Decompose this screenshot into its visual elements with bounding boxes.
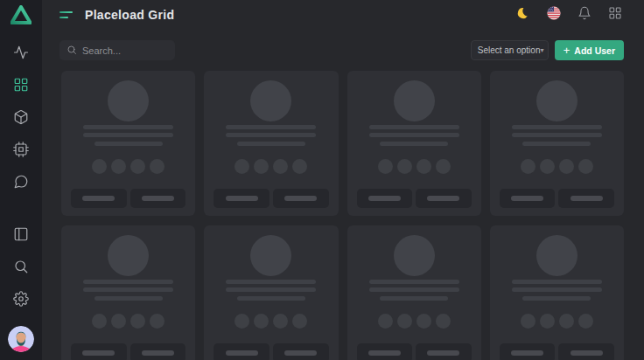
filter-select[interactable]: Select an option ▾ — [471, 40, 549, 60]
button-placeholder-row — [357, 189, 472, 208]
sidebar-footer — [8, 227, 34, 352]
chevron-down-icon: ▾ — [540, 46, 543, 54]
button-placeholder — [214, 343, 270, 360]
sidebar-item-messages[interactable] — [12, 175, 30, 192]
sidebar-item-components[interactable] — [12, 110, 30, 128]
button-line-placeholder — [570, 350, 603, 356]
button-line-placeholder — [511, 350, 543, 356]
sidebar-item-dashboards[interactable] — [12, 78, 30, 95]
sidebar-item-elements[interactable] — [12, 142, 30, 160]
add-user-button[interactable]: + Add User — [555, 40, 624, 60]
app-window: Placeload Grid — [0, 0, 644, 360]
placeload-card — [204, 71, 338, 216]
box-icon — [13, 109, 29, 128]
button-line-placeholder — [226, 350, 258, 356]
dot-placeholder — [521, 314, 536, 329]
dot-placeholder — [397, 314, 412, 329]
button-placeholder — [500, 189, 556, 208]
dot-placeholder — [559, 159, 574, 174]
sidebar-item-search[interactable] — [12, 260, 30, 277]
text-line-placeholder — [83, 133, 173, 137]
gear-icon — [13, 291, 29, 310]
text-line-placeholder — [226, 287, 316, 292]
search-input[interactable] — [82, 45, 168, 56]
button-placeholder — [357, 189, 413, 208]
text-line-placeholder — [94, 296, 163, 301]
cards-grid — [42, 71, 644, 360]
button-placeholder — [558, 189, 614, 208]
button-line-placeholder — [284, 350, 317, 356]
sidebar — [0, 0, 42, 360]
button-placeholder-row — [214, 189, 328, 208]
placeload-card — [347, 71, 481, 216]
button-line-placeholder — [284, 196, 317, 201]
dots-placeholder-row — [378, 159, 451, 174]
dot-placeholder — [436, 314, 451, 329]
dots-placeholder-row — [92, 314, 164, 329]
search-icon — [66, 43, 77, 59]
avatar-placeholder — [536, 80, 578, 121]
dot-placeholder — [436, 159, 451, 174]
text-line-placeholder — [226, 280, 316, 284]
dot-placeholder — [378, 159, 393, 174]
menu-toggle-icon[interactable] — [60, 10, 74, 20]
dot-placeholder — [234, 314, 249, 329]
plus-icon: + — [564, 45, 570, 56]
page-title: Placeload Grid — [85, 8, 174, 22]
button-line-placeholder — [511, 196, 543, 201]
sidebar-item-panels[interactable] — [12, 227, 30, 245]
dots-placeholder-row — [92, 159, 164, 174]
language-selector[interactable] — [545, 6, 563, 24]
sidebar-item-settings[interactable] — [12, 292, 30, 309]
user-avatar[interactable] — [8, 326, 34, 352]
cpu-icon — [13, 142, 29, 161]
activity-icon — [13, 45, 29, 64]
dots-placeholder-row — [521, 159, 593, 174]
dot-placeholder — [273, 314, 288, 329]
text-line-placeholder — [512, 125, 602, 129]
dot-placeholder — [521, 159, 536, 174]
apps-panel-button[interactable] — [606, 6, 624, 24]
sidebar-item-activity[interactable] — [12, 45, 30, 63]
text-line-placeholder — [512, 133, 602, 137]
button-placeholder — [416, 343, 472, 360]
placeload-card — [490, 225, 624, 360]
dots-placeholder-row — [234, 159, 307, 174]
button-placeholder — [71, 343, 127, 360]
dot-placeholder — [254, 159, 269, 174]
dot-placeholder — [234, 159, 249, 174]
button-placeholder — [71, 189, 127, 208]
text-line-placeholder — [522, 296, 591, 301]
filter-select-value: Select an option — [478, 45, 541, 55]
apps-grid-icon — [608, 6, 622, 24]
dot-placeholder — [273, 159, 288, 174]
sidebar-nav — [12, 45, 30, 192]
dot-placeholder — [416, 159, 431, 174]
dot-placeholder — [130, 159, 145, 174]
moon-icon — [516, 6, 530, 24]
button-placeholder-row — [500, 343, 614, 360]
avatar-placeholder — [394, 80, 435, 121]
search-box — [60, 40, 175, 60]
add-user-label: Add User — [574, 45, 615, 56]
text-line-placeholder — [237, 142, 305, 146]
dot-placeholder — [540, 159, 555, 174]
dot-placeholder — [378, 314, 393, 329]
dark-mode-toggle[interactable] — [514, 6, 532, 24]
triangle-logo-icon — [10, 5, 32, 28]
text-line-placeholder — [369, 280, 459, 284]
placeload-card — [347, 225, 481, 360]
avatar-placeholder — [394, 235, 435, 276]
button-placeholder — [130, 343, 186, 360]
button-line-placeholder — [142, 196, 174, 201]
text-line-placeholder — [94, 142, 163, 146]
button-line-placeholder — [427, 350, 459, 356]
text-line-placeholder — [83, 125, 173, 129]
dot-placeholder — [540, 314, 555, 329]
dot-placeholder — [416, 314, 431, 329]
notifications-button[interactable] — [576, 6, 593, 24]
dot-placeholder — [111, 159, 126, 174]
app-logo[interactable] — [10, 6, 32, 27]
header: Placeload Grid — [42, 0, 644, 29]
search-icon — [13, 259, 29, 278]
